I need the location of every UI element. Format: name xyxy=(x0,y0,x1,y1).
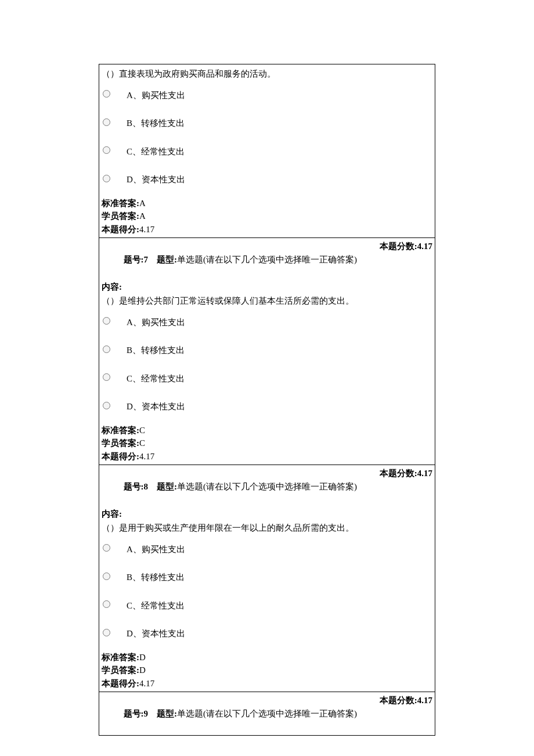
question-8-header: 题号:8 题型:单选题(请在以下几个选项中选择唯一正确答案) 本题分数:4.17… xyxy=(99,465,435,692)
option-row: D、资本性支出 xyxy=(102,400,432,413)
radio-icon[interactable] xyxy=(103,90,110,98)
option-row: C、经常性支出 xyxy=(102,145,432,159)
option-row: C、经常性支出 xyxy=(102,599,432,613)
option-row: D、资本性支出 xyxy=(102,173,432,186)
option-row: B、转移性支出 xyxy=(102,117,432,130)
radio-icon[interactable] xyxy=(103,402,110,409)
earned-score: 本题得分:4.17 xyxy=(102,677,432,690)
option-row: D、资本性支出 xyxy=(102,627,432,640)
option-label: D、资本性支出 xyxy=(127,173,185,186)
option-label: D、资本性支出 xyxy=(127,400,185,413)
question-6-content: （）直接表现为政府购买商品和服务的活动。 xyxy=(102,67,432,81)
option-label: B、转移性支出 xyxy=(127,117,185,130)
question-7-header: 题号:7 题型:单选题(请在以下几个选项中选择唯一正确答案) 本题分数:4.17… xyxy=(99,237,435,465)
question-6-body: （）直接表现为政府购买商品和服务的活动。 A、购买性支出 B、转移性支出 C、经… xyxy=(99,64,435,237)
option-label: A、购买性支出 xyxy=(127,316,185,329)
standard-answer: 标准答案:C xyxy=(102,424,432,437)
option-row: A、购买性支出 xyxy=(102,89,432,102)
content-label: 内容: xyxy=(102,280,432,294)
standard-answer: 标准答案:D xyxy=(102,651,432,664)
option-row: C、经常性支出 xyxy=(102,372,432,386)
standard-answer: 标准答案:A xyxy=(102,197,432,210)
option-label: B、转移性支出 xyxy=(127,571,185,584)
option-label: C、经常性支出 xyxy=(127,145,185,159)
option-row: B、转移性支出 xyxy=(102,571,432,584)
option-label: C、经常性支出 xyxy=(127,372,185,386)
option-row: B、转移性支出 xyxy=(102,344,432,357)
radio-icon[interactable] xyxy=(103,118,110,126)
question-8-content: （）是用于购买或生产使用年限在一年以上的耐久品所需的支出。 xyxy=(102,521,432,535)
option-label: A、购买性支出 xyxy=(127,89,185,102)
question-9-header: 题号:9 题型:单选题(请在以下几个选项中选择唯一正确答案) 本题分数:4.17 xyxy=(99,692,435,735)
content-label: 内容: xyxy=(102,507,432,521)
earned-score: 本题得分:4.17 xyxy=(102,450,432,463)
option-row: A、购买性支出 xyxy=(102,543,432,556)
option-row: A、购买性支出 xyxy=(102,316,432,329)
question-7-content: （）是维持公共部门正常运转或保障人们基本生活所必需的支出。 xyxy=(102,294,432,308)
radio-icon[interactable] xyxy=(103,600,110,608)
option-label: B、转移性支出 xyxy=(127,344,185,357)
radio-icon[interactable] xyxy=(103,573,110,580)
student-answer: 学员答案:D xyxy=(102,664,432,677)
radio-icon[interactable] xyxy=(103,146,110,154)
option-label: C、经常性支出 xyxy=(127,599,185,613)
radio-icon[interactable] xyxy=(103,345,110,353)
option-label: A、购买性支出 xyxy=(127,543,185,556)
radio-icon[interactable] xyxy=(103,629,110,636)
earned-score: 本题得分:4.17 xyxy=(102,223,432,236)
radio-icon[interactable] xyxy=(103,373,110,381)
option-label: D、资本性支出 xyxy=(127,627,185,640)
radio-icon[interactable] xyxy=(103,175,110,182)
student-answer: 学员答案:C xyxy=(102,437,432,450)
radio-icon[interactable] xyxy=(103,317,110,325)
student-answer: 学员答案:A xyxy=(102,210,432,223)
radio-icon[interactable] xyxy=(103,544,110,552)
